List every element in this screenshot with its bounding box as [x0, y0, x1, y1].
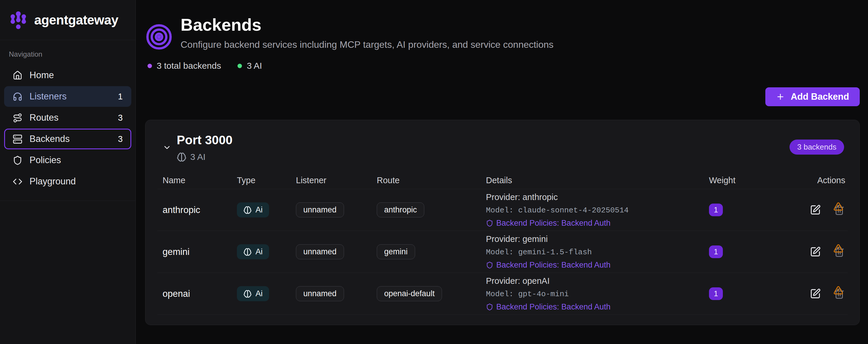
shield-icon — [486, 303, 493, 311]
edit-icon — [810, 205, 821, 215]
collapse-card-button[interactable] — [162, 143, 172, 152]
sidebar-item-routes[interactable]: Routes 3 — [4, 107, 131, 128]
nav-item-count: 3 — [118, 113, 123, 123]
shield-icon — [13, 155, 23, 165]
listener-pill: unnamed — [296, 202, 344, 217]
table-row-openai: openai Ai unnamed openai-default Provide… — [157, 273, 848, 315]
backend-count-badge: 3 backends — [789, 139, 844, 155]
main-content: Backends Configure backend services incl… — [136, 0, 868, 344]
app-title: agentgateway — [34, 13, 118, 27]
stat: 3 total backends — [148, 61, 221, 71]
edit-backend-button[interactable] — [810, 246, 821, 257]
edit-icon — [810, 288, 821, 299]
nav-list: Home Listeners 1 Routes 3 Backends 3 Pol… — [4, 65, 131, 192]
listener-pill: unnamed — [296, 244, 344, 259]
shield-icon — [486, 261, 493, 269]
weight-badge: 1 — [709, 204, 723, 216]
backends-table: NameTypeListenerRouteDetailsWeightAction… — [146, 172, 860, 315]
model-text: Model: claude-sonnet-4-20250514 — [486, 206, 709, 215]
chevron-down-icon — [162, 143, 172, 152]
brain-icon — [177, 152, 186, 162]
details-cell: Provider: openAI Model: gpt-4o-mini Back… — [486, 276, 709, 312]
sidebar-item-playground[interactable]: Playground — [4, 171, 131, 192]
brain-icon — [243, 290, 252, 298]
backend-name: anthropic — [162, 205, 237, 215]
sidebar-nav: Navigation Home Listeners 1 Routes 3 Bac… — [0, 40, 135, 201]
agentgateway-logo-icon — [9, 10, 28, 30]
weight-badge: 1 — [709, 287, 723, 300]
sidebar-item-label: Home — [30, 70, 54, 81]
stat-dot — [238, 64, 242, 68]
delete-backend-button[interactable] — [834, 205, 845, 215]
sidebar-item-label: Backends — [30, 134, 70, 144]
provider-text: Provider: anthropic — [486, 192, 709, 202]
warning-triangle-icon — [833, 285, 843, 295]
row-actions — [810, 288, 845, 299]
details-cell: Provider: anthropic Model: claude-sonnet… — [486, 192, 709, 228]
plus-icon — [776, 92, 785, 101]
backend-policies-link: Backend Policies: Backend Auth — [486, 219, 709, 228]
headphones-icon — [13, 92, 23, 101]
home-icon — [13, 70, 23, 80]
sidebar: agentgateway Navigation Home Listeners 1… — [0, 0, 136, 344]
sidebar-item-backends[interactable]: Backends 3 — [4, 129, 131, 149]
brain-icon — [243, 248, 252, 256]
route-pill: gemini — [377, 244, 415, 259]
sidebar-item-label: Listeners — [30, 91, 67, 102]
sidebar-item-label: Routes — [30, 113, 58, 123]
backend-policies-label: Backend Policies: Backend Auth — [496, 303, 611, 312]
port-card: Port 3000 3 AI 3 backends NameTypeListen… — [145, 120, 860, 325]
add-backend-button[interactable]: Add Backend — [765, 87, 860, 106]
type-badge: Ai — [237, 244, 269, 259]
stat: 3 AI — [238, 61, 262, 71]
delete-backend-button[interactable] — [834, 288, 845, 299]
add-backend-label: Add Backend — [791, 91, 849, 102]
type-badge: Ai — [237, 286, 269, 301]
card-subtitle-label: 3 AI — [190, 152, 206, 162]
page-header: Backends Configure backend services incl… — [145, 16, 860, 51]
column-header-name: Name — [162, 176, 237, 185]
column-header-details: Details — [486, 176, 709, 185]
sidebar-item-home[interactable]: Home — [4, 65, 131, 86]
row-actions — [810, 205, 845, 215]
page-title: Backends — [181, 16, 554, 34]
page-subtitle: Configure backend services including MCP… — [181, 39, 554, 50]
stat-label: 3 AI — [247, 61, 262, 71]
column-header-actions: Actions — [817, 176, 845, 185]
type-badge-label: Ai — [255, 247, 262, 256]
sidebar-item-policies[interactable]: Policies — [4, 150, 131, 170]
column-header-listener: Listener — [296, 176, 377, 185]
warning-triangle-icon — [833, 201, 843, 212]
code-icon — [13, 177, 23, 186]
type-badge-label: Ai — [255, 205, 262, 215]
warning-triangle-icon — [833, 243, 843, 254]
column-header-type: Type — [237, 176, 296, 185]
weight-badge: 1 — [709, 246, 723, 258]
stats-row: 3 total backends 3 AI — [145, 61, 860, 71]
edit-backend-button[interactable] — [810, 288, 821, 299]
provider-text: Provider: gemini — [486, 234, 709, 244]
target-icon — [145, 23, 173, 51]
table-row-anthropic: anthropic Ai unnamed anthropic Provider:… — [157, 189, 848, 231]
sidebar-item-listeners[interactable]: Listeners 1 — [4, 86, 131, 107]
type-badge: Ai — [237, 202, 269, 217]
route-pill: openai-default — [377, 286, 442, 301]
server-icon — [13, 134, 23, 144]
table-body: anthropic Ai unnamed anthropic Provider:… — [146, 189, 860, 315]
shield-icon — [486, 219, 493, 227]
nav-section-label: Navigation — [9, 50, 127, 58]
type-badge-label: Ai — [255, 289, 262, 298]
nav-item-count: 3 — [118, 134, 123, 144]
route-icon — [13, 113, 23, 123]
stat-dot — [148, 64, 152, 68]
row-actions — [810, 246, 845, 257]
details-cell: Provider: gemini Model: gemini-1.5-flash… — [486, 234, 709, 270]
delete-backend-button[interactable] — [834, 246, 845, 257]
table-row-gemini: gemini Ai unnamed gemini Provider: gemin… — [157, 231, 848, 273]
toolbar: Add Backend — [145, 87, 860, 106]
stat-label: 3 total backends — [157, 61, 221, 71]
card-subtitle: 3 AI — [177, 152, 232, 162]
card-header: Port 3000 3 AI 3 backends — [146, 120, 860, 162]
edit-backend-button[interactable] — [810, 205, 821, 215]
provider-text: Provider: openAI — [486, 276, 709, 286]
